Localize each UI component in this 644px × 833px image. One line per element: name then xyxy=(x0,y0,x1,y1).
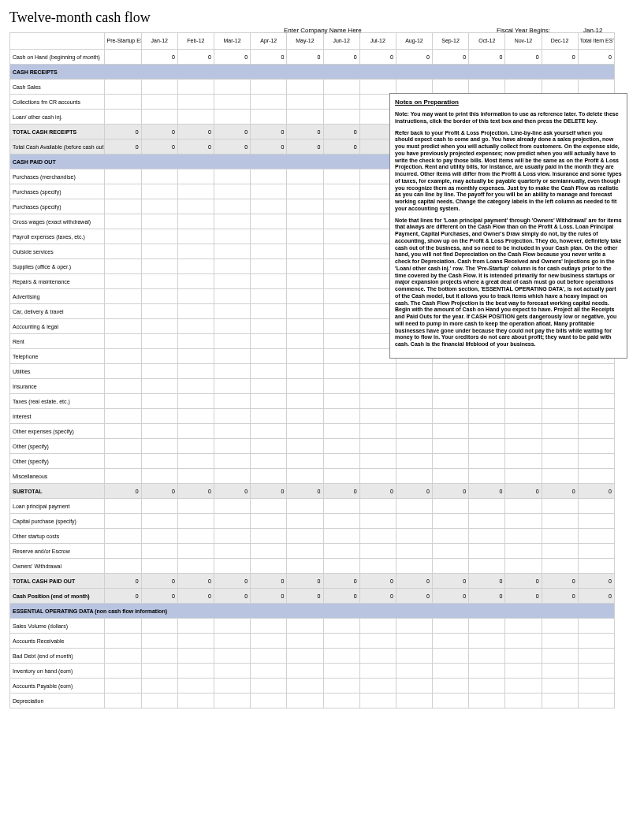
cell[interactable] xyxy=(396,469,432,484)
cell[interactable] xyxy=(578,514,614,529)
cell[interactable] xyxy=(177,259,214,274)
cell[interactable] xyxy=(578,439,614,454)
cell[interactable]: 0 xyxy=(141,484,177,499)
cell[interactable] xyxy=(141,529,177,544)
cell[interactable] xyxy=(287,469,323,484)
cell[interactable]: 0 xyxy=(542,50,578,65)
cell[interactable] xyxy=(505,394,542,409)
cell[interactable] xyxy=(105,259,141,274)
cell[interactable] xyxy=(542,544,578,559)
cell[interactable] xyxy=(105,50,141,65)
cell[interactable] xyxy=(323,110,359,125)
cell[interactable] xyxy=(177,439,214,454)
cell[interactable] xyxy=(578,544,614,559)
cell[interactable] xyxy=(287,649,323,664)
cell[interactable] xyxy=(433,454,469,469)
cell[interactable] xyxy=(359,364,396,379)
cell[interactable] xyxy=(105,80,141,95)
cell[interactable] xyxy=(177,244,214,259)
cell[interactable] xyxy=(287,304,323,319)
cell[interactable]: 0 xyxy=(214,125,250,139)
cell[interactable] xyxy=(177,424,214,439)
cell[interactable] xyxy=(396,439,432,454)
cell[interactable] xyxy=(141,514,177,529)
cell[interactable] xyxy=(141,634,177,649)
cell[interactable] xyxy=(251,169,287,184)
cell[interactable] xyxy=(287,364,323,379)
cell[interactable] xyxy=(105,319,141,334)
cell[interactable] xyxy=(578,649,614,664)
cell[interactable]: 0 xyxy=(287,484,323,499)
cell[interactable] xyxy=(433,439,469,454)
cell[interactable] xyxy=(359,619,396,634)
cell[interactable] xyxy=(105,184,141,199)
cell[interactable] xyxy=(359,454,396,469)
cell[interactable] xyxy=(542,664,578,679)
cell[interactable] xyxy=(105,514,141,529)
cell[interactable]: 0 xyxy=(396,484,432,499)
cell[interactable] xyxy=(214,499,250,514)
cell[interactable] xyxy=(542,439,578,454)
cell[interactable] xyxy=(177,229,214,244)
cell[interactable]: 0 xyxy=(578,589,614,604)
cell[interactable] xyxy=(469,379,505,394)
cell[interactable] xyxy=(141,184,177,199)
cell[interactable] xyxy=(323,364,359,379)
cell[interactable]: 0 xyxy=(323,125,359,139)
cell[interactable] xyxy=(396,424,432,439)
cell[interactable] xyxy=(505,679,542,694)
cell[interactable] xyxy=(469,499,505,514)
cell[interactable] xyxy=(214,214,250,229)
cell[interactable] xyxy=(469,394,505,409)
cell[interactable] xyxy=(177,559,214,574)
cell[interactable] xyxy=(177,469,214,484)
cell[interactable]: 0 xyxy=(177,574,214,589)
cell[interactable] xyxy=(141,80,177,95)
cell[interactable] xyxy=(359,424,396,439)
cell[interactable] xyxy=(141,694,177,708)
cell[interactable] xyxy=(177,664,214,679)
cell[interactable] xyxy=(105,95,141,110)
cell[interactable]: 0 xyxy=(505,484,542,499)
cell[interactable] xyxy=(141,199,177,214)
cell[interactable]: 0 xyxy=(105,589,141,604)
cell[interactable] xyxy=(105,394,141,409)
cell[interactable]: 0 xyxy=(251,589,287,604)
cell[interactable]: 0 xyxy=(287,125,323,139)
cell[interactable] xyxy=(287,349,323,364)
cell[interactable] xyxy=(287,274,323,289)
cell[interactable] xyxy=(141,334,177,349)
cell[interactable]: 0 xyxy=(214,139,250,154)
cell[interactable] xyxy=(214,110,250,125)
cell[interactable] xyxy=(287,439,323,454)
cell[interactable] xyxy=(359,499,396,514)
cell[interactable] xyxy=(141,469,177,484)
cell[interactable] xyxy=(251,559,287,574)
cell[interactable] xyxy=(469,424,505,439)
cell[interactable] xyxy=(433,664,469,679)
cell[interactable] xyxy=(251,259,287,274)
cell[interactable] xyxy=(287,679,323,694)
cell[interactable] xyxy=(578,379,614,394)
cell[interactable] xyxy=(323,95,359,110)
cell[interactable] xyxy=(141,679,177,694)
cell[interactable]: 0 xyxy=(359,574,396,589)
cell[interactable] xyxy=(251,214,287,229)
cell[interactable] xyxy=(177,634,214,649)
cell[interactable] xyxy=(105,559,141,574)
cell[interactable] xyxy=(105,439,141,454)
cell[interactable] xyxy=(396,559,432,574)
cell[interactable] xyxy=(505,80,542,95)
cell[interactable]: 0 xyxy=(105,574,141,589)
cell[interactable] xyxy=(433,514,469,529)
cell[interactable] xyxy=(287,664,323,679)
cell[interactable] xyxy=(287,454,323,469)
cell[interactable] xyxy=(542,529,578,544)
cell[interactable] xyxy=(542,469,578,484)
cell[interactable] xyxy=(323,274,359,289)
cell[interactable] xyxy=(469,364,505,379)
cell[interactable]: 0 xyxy=(177,589,214,604)
cell[interactable] xyxy=(214,529,250,544)
cell[interactable] xyxy=(433,499,469,514)
cell[interactable]: 0 xyxy=(287,574,323,589)
